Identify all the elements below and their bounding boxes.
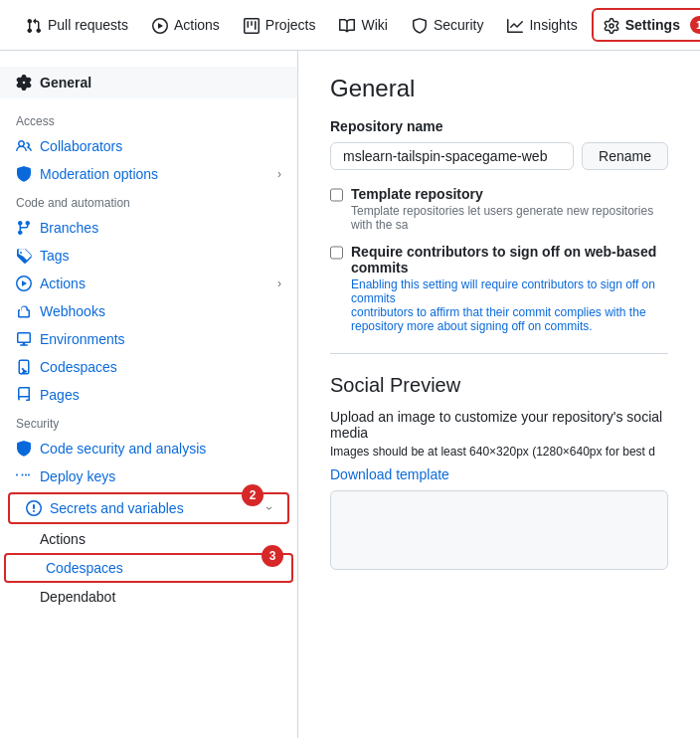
sidebar-sub-codespaces[interactable]: Codespaces: [4, 553, 293, 583]
env-icon: [16, 331, 32, 347]
repo-name-input[interactable]: [330, 142, 574, 170]
insights-nav-icon: [507, 16, 523, 33]
sidebar-general-label: General: [40, 75, 91, 91]
branches-label: Branches: [40, 220, 98, 236]
actions-sidebar-label: Actions: [40, 276, 86, 291]
deploy-keys-icon: [16, 468, 32, 484]
sidebar-section-security: Security: [0, 409, 297, 435]
sidebar-item-code-security[interactable]: Code security and analysis: [0, 435, 297, 462]
deploy-keys-label: Deploy keys: [40, 468, 115, 484]
projects-nav-icon: [244, 16, 260, 33]
secrets-chevron: ›: [262, 506, 276, 510]
tag-icon: [16, 248, 32, 264]
sidebar-section-code: Code and automation: [0, 188, 297, 214]
sidebar-item-webhooks[interactable]: Webhooks: [0, 297, 297, 325]
nav-settings-badge: 1: [690, 16, 700, 34]
pages-label: Pages: [40, 387, 80, 403]
nav-actions[interactable]: Actions: [142, 10, 230, 39]
nav-actions-label: Actions: [174, 17, 220, 33]
nav-projects-label: Projects: [265, 17, 316, 33]
moderation-icon: [16, 166, 32, 182]
pr-icon: [26, 16, 42, 33]
code-security-label: Code security and analysis: [40, 441, 206, 457]
sidebar-item-moderation[interactable]: Moderation options ›: [0, 160, 297, 188]
nav-security-label: Security: [434, 17, 484, 33]
pages-icon: [16, 387, 32, 403]
dependabot-sub-container: Dependabot: [0, 584, 297, 610]
page-layout: General Access Collaborators Moderation …: [0, 51, 700, 738]
webhooks-label: Webhooks: [40, 303, 105, 319]
repo-name-section-title: Repository name: [330, 118, 668, 134]
main-content: General Repository name Rename Template …: [298, 51, 700, 738]
divider: [330, 353, 668, 354]
collaborators-label: Collaborators: [40, 138, 122, 154]
code-security-icon: [16, 441, 32, 457]
social-preview-title: Social Preview: [330, 374, 668, 397]
nav-insights-label: Insights: [529, 17, 577, 33]
people-icon: [16, 138, 32, 154]
top-navigation: Pull requests Actions Projects Wiki Secu…: [0, 0, 700, 51]
template-repo-description: Template repositories let users generate…: [351, 204, 668, 232]
nav-security[interactable]: Security: [402, 10, 494, 39]
page-title: General: [330, 75, 668, 102]
actions-chevron: ›: [277, 277, 281, 290]
settings-nav-icon: [604, 16, 619, 33]
repo-name-row: Rename: [330, 142, 668, 170]
rename-button[interactable]: Rename: [582, 142, 668, 170]
sidebar-item-secrets-container: Secrets and variables › 2: [4, 492, 293, 524]
branch-icon: [16, 220, 32, 236]
nav-insights[interactable]: Insights: [497, 10, 587, 39]
template-repo-label: Template repository: [351, 186, 668, 202]
nav-wiki-label: Wiki: [361, 17, 387, 33]
sidebar-item-branches[interactable]: Branches: [0, 214, 297, 242]
secrets-icon: [26, 500, 42, 516]
nav-settings-label: Settings: [625, 17, 680, 33]
sidebar-item-collaborators[interactable]: Collaborators: [0, 132, 297, 160]
nav-settings[interactable]: Settings 1: [592, 8, 700, 42]
security-nav-icon: [412, 16, 428, 33]
nav-pull-requests-label: Pull requests: [48, 17, 128, 33]
codespaces-sub-container: Codespaces 3: [4, 553, 293, 583]
codespaces-icon: [16, 359, 32, 375]
template-repo-row: Template repository Template repositorie…: [330, 186, 668, 232]
nav-pull-requests[interactable]: Pull requests: [16, 10, 138, 39]
actions-sub-label: Actions: [40, 531, 86, 547]
sidebar-item-tags[interactable]: Tags: [0, 242, 297, 270]
actions-nav-icon: [152, 16, 168, 33]
contributors-label: Require contributors to sign off on web-…: [351, 244, 668, 276]
sidebar-sub-actions[interactable]: Actions: [0, 526, 297, 552]
secrets-badge: 2: [242, 484, 263, 506]
sidebar-sub-dependabot[interactable]: Dependabot: [0, 584, 297, 610]
sidebar-section-access: Access: [0, 106, 297, 132]
sidebar-item-actions[interactable]: Actions ›: [0, 270, 297, 297]
social-preview-desc: Upload an image to customize your reposi…: [330, 409, 668, 441]
download-template-link[interactable]: Download template: [330, 466, 668, 482]
nav-projects[interactable]: Projects: [234, 10, 326, 39]
environments-label: Environments: [40, 331, 125, 347]
codespaces-sub-label: Codespaces: [46, 560, 123, 576]
webhook-icon: [16, 303, 32, 319]
contributors-description: Enabling this setting will require contr…: [351, 277, 668, 333]
template-repo-checkbox[interactable]: [330, 188, 343, 202]
sidebar-item-general[interactable]: General: [0, 67, 297, 98]
sign-off-link[interactable]: more about signing off on commits.: [407, 319, 593, 333]
dependabot-sub-label: Dependabot: [40, 589, 115, 605]
social-preview-note: Images should be at least 640×320px (128…: [330, 445, 668, 459]
codespaces-badge: 3: [262, 545, 283, 567]
sidebar: General Access Collaborators Moderation …: [0, 51, 298, 738]
moderation-chevron: ›: [277, 167, 281, 181]
sidebar-item-pages[interactable]: Pages: [0, 381, 297, 409]
contributors-checkbox[interactable]: [330, 246, 343, 260]
tags-label: Tags: [40, 248, 70, 264]
contributors-row: Require contributors to sign off on web-…: [330, 244, 668, 333]
social-preview-box: [330, 490, 668, 570]
gear-sidebar-icon: [16, 75, 32, 91]
nav-wiki[interactable]: Wiki: [329, 10, 397, 39]
moderation-label: Moderation options: [40, 166, 158, 182]
wiki-nav-icon: [339, 16, 355, 33]
actions-sidebar-icon: [16, 276, 32, 291]
sidebar-item-environments[interactable]: Environments: [0, 325, 297, 353]
secrets-label: Secrets and variables: [50, 500, 184, 516]
sidebar-item-codespaces[interactable]: Codespaces: [0, 353, 297, 381]
codespaces-sidebar-label: Codespaces: [40, 359, 117, 375]
